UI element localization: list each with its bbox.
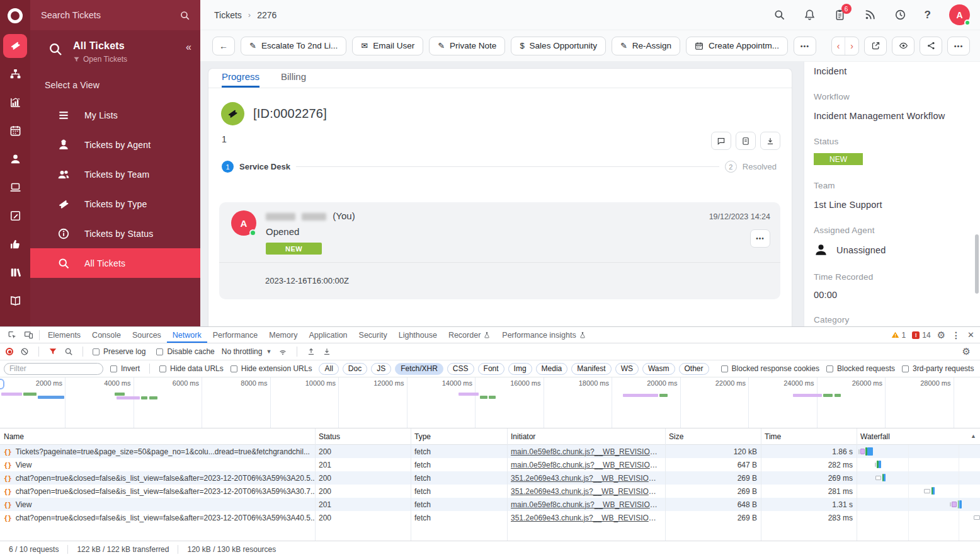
filter-pill-manifest[interactable]: Manifest — [571, 363, 611, 375]
report-button[interactable] — [736, 132, 756, 150]
download-button[interactable] — [760, 132, 780, 150]
user-avatar[interactable]: A — [949, 4, 970, 25]
sidebar-item-tickets-by-type[interactable]: Tickets by Type — [30, 189, 200, 219]
request-row[interactable]: {}View 201 fetch main.0e59ef8c.chunk.js?… — [0, 498, 980, 511]
filter-pill-css[interactable]: CSS — [447, 363, 474, 375]
warnings-counter[interactable]: 1 — [891, 331, 906, 340]
workflow-value[interactable]: Incident Management Workflow — [814, 111, 980, 121]
tab-progress[interactable]: Progress — [222, 71, 259, 88]
network-filter-input[interactable] — [4, 363, 103, 375]
devtools-settings-button[interactable]: ⚙ — [937, 330, 945, 341]
devtools-tab-memory[interactable]: Memory — [263, 327, 303, 343]
breadcrumb-tickets[interactable]: Tickets — [214, 10, 242, 20]
filter-toggle-button[interactable] — [48, 347, 57, 356]
more-options-button[interactable]: ••• — [947, 37, 970, 55]
global-search-button[interactable] — [773, 9, 785, 21]
comment-button[interactable] — [711, 132, 731, 150]
search-tickets-input[interactable] — [41, 10, 179, 20]
history-button[interactable] — [894, 9, 906, 21]
third-party-requests-checkbox[interactable]: 3rd-party requests — [902, 364, 974, 373]
rail-item-notes[interactable] — [0, 202, 30, 230]
rail-item-tickets[interactable] — [0, 32, 30, 60]
rail-item-knowledge-base[interactable] — [0, 258, 30, 287]
issues-counter[interactable]: !14 — [912, 331, 930, 340]
request-row[interactable]: {}chat?open=true&closed=false&is_list_vi… — [0, 471, 980, 485]
initiator-link[interactable]: main.0e59ef8c.chunk.js?__WB_REVISION__=.… — [511, 500, 661, 509]
sidebar-item-tickets-by-agent[interactable]: Tickets by Agent — [30, 130, 200, 159]
rail-item-documentation[interactable] — [0, 287, 30, 315]
devtools-tab-security[interactable]: Security — [353, 327, 393, 343]
hide-extension-urls-checkbox[interactable]: Hide extension URLs — [231, 364, 312, 373]
tasks-button[interactable]: 6 — [834, 9, 846, 21]
rail-item-assets[interactable] — [0, 173, 30, 202]
request-row[interactable]: {}chat?open=true&closed=false&is_list_vi… — [0, 485, 980, 498]
email-user-button[interactable]: ✉Email User — [352, 37, 423, 55]
column-header-time[interactable]: Time — [761, 428, 857, 444]
halo-logo-icon[interactable] — [0, 0, 30, 32]
inspect-element-button[interactable] — [4, 327, 20, 343]
create-appointment-button[interactable]: Create Appointm... — [686, 37, 788, 55]
devtools-tab-network[interactable]: Network — [167, 327, 207, 343]
network-conditions-button[interactable] — [278, 347, 287, 356]
filter-pill-font[interactable]: Font — [478, 363, 504, 375]
vertical-scrollbar[interactable] — [975, 234, 979, 294]
next-ticket-button[interactable]: › — [845, 37, 858, 55]
filter-pill-all[interactable]: All — [319, 363, 338, 375]
open-new-window-button[interactable] — [864, 37, 887, 55]
devtools-tab-performance-insights[interactable]: Performance insights — [496, 327, 591, 343]
team-value[interactable]: 1st Line Support — [814, 200, 980, 210]
sidebar-item-tickets-by-team[interactable]: Tickets by Team — [30, 159, 200, 189]
disable-cache-checkbox[interactable]: Disable cache — [156, 347, 214, 356]
rail-item-calendar[interactable] — [0, 117, 30, 145]
blocked-response-cookies-checkbox[interactable]: Blocked response cookies — [721, 364, 819, 373]
assigned-agent-value[interactable]: Unassigned — [814, 243, 980, 257]
column-header-name[interactable]: Name — [0, 428, 315, 444]
initiator-link[interactable]: main.0e59ef8c.chunk.js?__WB_REVISION__=.… — [511, 447, 661, 456]
preserve-log-checkbox[interactable]: Preserve log — [93, 347, 145, 356]
devtools-close-button[interactable]: ✕ — [967, 330, 974, 340]
devtools-tab-recorder[interactable]: Recorder — [443, 327, 496, 343]
filter-pill-media[interactable]: Media — [536, 363, 568, 375]
private-note-button[interactable]: ✎Private Note — [429, 37, 505, 55]
initiator-link[interactable]: 351.2e069e43.chunk.js?__WB_REVISION__=7.… — [511, 487, 661, 496]
rail-item-organisation[interactable] — [0, 60, 30, 88]
filter-pill-fetch-xhr[interactable]: Fetch/XHR — [395, 363, 443, 375]
column-header-type[interactable]: Type — [411, 428, 507, 444]
devtools-tab-application[interactable]: Application — [303, 327, 353, 343]
current-view-filter[interactable]: Open Tickets — [73, 55, 127, 64]
filter-pill-ws[interactable]: WS — [615, 363, 639, 375]
previous-ticket-button[interactable]: ‹ — [832, 37, 845, 55]
device-toolbar-button[interactable] — [20, 327, 37, 343]
column-header-status[interactable]: Status — [315, 428, 411, 444]
rail-item-customers[interactable] — [0, 145, 30, 173]
filter-pill-js[interactable]: JS — [371, 363, 391, 375]
feed-button[interactable] — [864, 9, 876, 21]
filter-pill-other[interactable]: Other — [679, 363, 709, 375]
devtools-tab-console[interactable]: Console — [86, 327, 127, 343]
tab-billing[interactable]: Billing — [281, 71, 306, 88]
network-overview[interactable]: 2000 ms 4000 ms 6000 ms 8000 ms 10000 ms… — [0, 377, 980, 428]
devtools-tab-elements[interactable]: Elements — [42, 327, 86, 343]
filter-pill-wasm[interactable]: Wasm — [642, 363, 675, 375]
throttling-dropdown[interactable]: No throttling▼ — [222, 347, 272, 356]
escalate-button[interactable]: ✎Escalate To 2nd Li... — [241, 37, 346, 55]
hide-data-urls-checkbox[interactable]: Hide data URLs — [159, 364, 224, 373]
clear-network-log-button[interactable] — [20, 347, 29, 356]
filter-pill-doc[interactable]: Doc — [343, 363, 367, 375]
export-har-button[interactable] — [322, 347, 331, 356]
initiator-link[interactable]: main.0e59ef8c.chunk.js?__WB_REVISION__=.… — [511, 461, 661, 469]
devtools-tab-lighthouse[interactable]: Lighthouse — [393, 327, 443, 343]
sidebar-item-my-lists[interactable]: My Lists — [30, 100, 200, 130]
devtools-tab-performance[interactable]: Performance — [207, 327, 264, 343]
request-row[interactable]: {}chat?open=true&closed=false&is_list_vi… — [0, 511, 980, 524]
sales-opportunity-button[interactable]: $Sales Opportunity — [511, 37, 606, 55]
notifications-button[interactable] — [804, 9, 816, 21]
rail-item-reports[interactable] — [0, 88, 30, 117]
watch-ticket-button[interactable] — [892, 37, 914, 55]
import-har-button[interactable] — [307, 347, 316, 356]
record-network-log-button[interactable] — [6, 348, 13, 355]
search-icon[interactable] — [179, 10, 190, 21]
back-button[interactable]: ← — [212, 37, 235, 55]
request-row[interactable]: {}View 201 fetch main.0e59ef8c.chunk.js?… — [0, 458, 980, 471]
invert-checkbox[interactable]: Invert — [110, 364, 140, 373]
